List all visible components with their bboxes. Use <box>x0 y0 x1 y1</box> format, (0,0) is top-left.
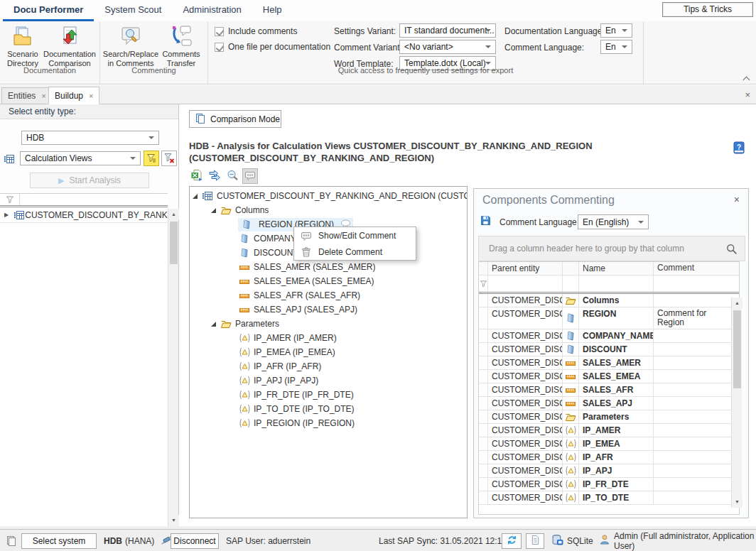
expand-icon[interactable] <box>211 322 216 327</box>
tree-node[interactable]: IP_APJ (IP_APJ) <box>190 373 467 388</box>
system-select[interactable]: HDB <box>21 131 159 145</box>
comments-transfer-button[interactable]: Comments Transfer <box>159 24 203 68</box>
tree-node[interactable]: IP_REGION (IP_REGION) <box>190 416 467 430</box>
filter-cell[interactable] <box>488 276 563 292</box>
cell-parent-entity: CUSTOMER_DISC... <box>488 383 563 396</box>
table-row[interactable]: CUSTOMER_DISC...REGIONComment for Region <box>479 307 739 329</box>
include-comments-checkbox[interactable]: Include comments <box>215 26 297 36</box>
search-replace-icon <box>119 24 143 48</box>
notes-icon[interactable] <box>6 530 17 551</box>
table-row[interactable]: CUSTOMER_DISC...IP_AMER <box>479 424 739 437</box>
left-grid-scrollbar[interactable]: ▲ ▼ <box>168 209 178 526</box>
table-row[interactable]: CUSTOMER_DISC...DISCOUNT <box>479 343 739 356</box>
tree-node[interactable]: IP_EMEA (IP_EMEA) <box>190 345 467 359</box>
filter-cell[interactable] <box>563 276 579 292</box>
table-row[interactable]: CUSTOMER_DISC...Columns <box>479 294 739 307</box>
context-menu-item-show-edit-comment[interactable]: Show/Edit Comment <box>294 227 416 244</box>
ribbon-collapse-button[interactable] <box>742 75 750 82</box>
table-filter-row[interactable] <box>479 276 739 294</box>
group-by-hint: Drag a column header here to group by th… <box>489 244 684 253</box>
scroll-down-icon[interactable]: ▼ <box>732 496 742 508</box>
comparison-mode-button[interactable]: Comparison Mode <box>189 110 281 128</box>
panel-close-icon[interactable]: × <box>734 194 740 205</box>
tree-node[interactable]: IP_FR_DTE (IP_FR_DTE) <box>190 388 467 402</box>
scroll-thumb[interactable] <box>170 222 178 264</box>
context-menu-item-delete-comment[interactable]: Delete Comment <box>294 244 416 260</box>
tree-node[interactable]: Columns <box>190 203 467 217</box>
table-row[interactable]: CUSTOMER_DISC...SALES_AFR <box>479 383 739 397</box>
menu-tab-docu-performer[interactable]: Docu Performer <box>3 0 94 21</box>
menu-tab-administration[interactable]: Administration <box>172 0 252 21</box>
document-log-button[interactable] <box>526 533 544 549</box>
entity-type-select[interactable]: Calculation Views <box>20 151 141 165</box>
comment-variant-select[interactable]: <No variant> <box>399 40 496 54</box>
tree-node[interactable]: IP_AFR (IP_AFR) <box>190 359 467 373</box>
scroll-thumb[interactable] <box>733 310 741 388</box>
tree-node[interactable]: SALES_APJ (SALES_APJ) <box>190 302 467 317</box>
entity-grid-filter-row[interactable] <box>0 194 168 207</box>
tab-close-icon[interactable]: × <box>89 92 93 100</box>
table-row[interactable]: CUSTOMER_DISC...Parameters <box>479 410 739 424</box>
help-icon[interactable]: ? <box>732 141 746 157</box>
tips-and-tricks-button[interactable]: Tips & Tricks <box>662 2 753 17</box>
entity-row[interactable]: ▶ CUSTOMER_DISCOUNT_BY_RANKING_AND_REGIO… <box>0 207 168 223</box>
group-by-bar[interactable]: Drag a column header here to group by th… <box>478 236 745 261</box>
table-row[interactable]: CUSTOMER_DISC...SALES_EMEA <box>479 370 739 383</box>
comments-toggle-button[interactable] <box>242 168 258 184</box>
search-icon[interactable] <box>725 243 738 257</box>
scroll-up-icon[interactable]: ▲ <box>168 209 179 220</box>
tree-node[interactable]: SALES_AFR (SALES_AFR) <box>190 288 467 302</box>
tree-node[interactable]: SALES_AMER (SALES_AMER) <box>190 260 467 274</box>
tab-close-icon[interactable]: × <box>41 92 45 100</box>
table-row[interactable]: CUSTOMER_DISC...IP_TO_DTE <box>479 491 739 505</box>
table-row[interactable]: CUSTOMER_DISC...SALES_AMER <box>479 356 739 370</box>
expand-icon[interactable] <box>211 208 216 213</box>
expand-icon[interactable] <box>193 194 198 199</box>
search-replace-button[interactable]: Search/Replace in Comments <box>105 24 156 68</box>
table-row[interactable]: CUSTOMER_DISC...IP_EMEA <box>479 437 739 451</box>
tab-entities[interactable]: Entities × <box>1 87 53 104</box>
tree-node[interactable]: IP_AMER (IP_AMER) <box>190 331 467 345</box>
refresh-button[interactable] <box>502 533 522 549</box>
comment-language-ribbon-select[interactable]: En <box>600 40 632 54</box>
tree-node[interactable]: CUSTOMER_DISCOUNT_BY_RANKING_AND_REGION … <box>190 189 467 203</box>
tree-node[interactable]: IP_TO_DTE (IP_TO_DTE) <box>190 402 467 416</box>
refresh-wrap <box>502 530 522 551</box>
tree-node[interactable]: Parameters <box>190 317 467 331</box>
menu-tab-help[interactable]: Help <box>252 0 293 21</box>
documentation-comparison-button[interactable]: Documentation Comparison <box>43 24 97 68</box>
start-analysis-button[interactable]: ▶ Start Analysis <box>30 173 149 188</box>
column-header-comment[interactable]: Comment <box>654 262 728 275</box>
documentation-language-select[interactable]: En <box>600 23 632 38</box>
clear-filter-button[interactable] <box>161 151 177 166</box>
tree-node[interactable]: SALES_EMEA (SALES_EMEA) <box>190 274 467 288</box>
table-row[interactable]: CUSTOMER_DISC...SALES_APJ <box>479 397 739 410</box>
settings-variant-select[interactable]: IT standard document... <box>399 23 496 38</box>
scenario-directory-button[interactable]: Scenario Directory <box>4 24 41 68</box>
tab-buildup[interactable]: Buildup × <box>48 87 99 104</box>
table-row[interactable]: CUSTOMER_DISC...COMPANY_NAME <box>479 329 739 343</box>
filter-cell[interactable] <box>654 276 728 292</box>
excel-export-button[interactable] <box>189 168 205 184</box>
one-file-checkbox[interactable]: One file per documentation <box>215 42 330 52</box>
select-system-button[interactable]: Select system <box>21 533 97 549</box>
filter-cell[interactable] <box>579 276 654 292</box>
filter-button[interactable] <box>144 151 159 166</box>
column-header-parent-entity[interactable]: Parent entity <box>488 262 563 275</box>
comments-table-scrollbar[interactable]: ▲ ▼ <box>731 298 742 508</box>
menu-tab-system-scout[interactable]: System Scout <box>94 0 172 21</box>
column-header-name[interactable]: Name <box>579 262 654 275</box>
zoom-button[interactable] <box>225 168 240 184</box>
comment-language-select[interactable]: En (English) <box>578 214 649 229</box>
row-expand-icon[interactable]: ▶ <box>0 212 13 218</box>
tabstrip-close-icon[interactable]: × <box>745 89 750 100</box>
scroll-up-icon[interactable]: ▲ <box>732 298 742 309</box>
table-row[interactable]: CUSTOMER_DISC...IP_AFR <box>479 451 739 464</box>
save-icon[interactable] <box>480 214 492 229</box>
table-row[interactable]: CUSTOMER_DISC...IP_APJ <box>479 464 739 478</box>
transfer-button[interactable] <box>207 168 222 184</box>
table-row[interactable]: CUSTOMER_DISC...IP_FR_DTE <box>479 478 739 491</box>
disconnect-button[interactable]: Disconnect <box>171 533 219 549</box>
scroll-down-icon[interactable]: ▼ <box>168 515 179 526</box>
column-header-icon[interactable] <box>563 262 579 275</box>
